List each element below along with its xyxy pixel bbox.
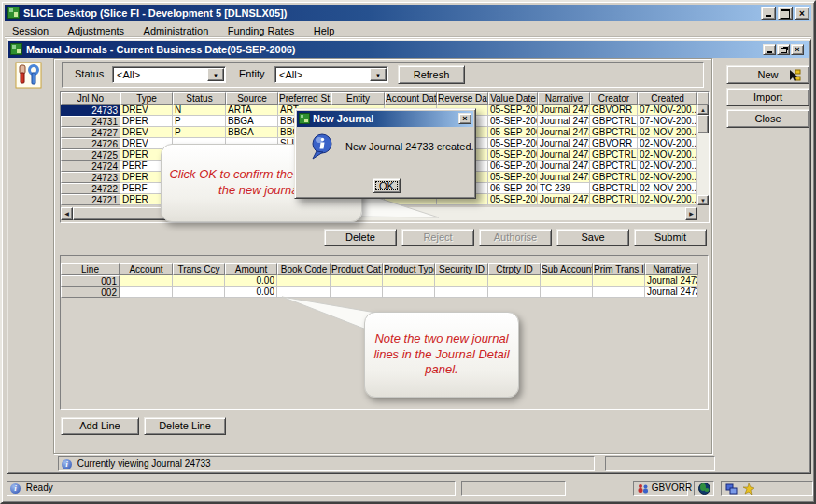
cell[interactable]: TC 239 xyxy=(538,183,590,194)
cell[interactable]: 24727 xyxy=(61,127,120,138)
cell[interactable] xyxy=(331,287,383,298)
cell[interactable]: GBVORR xyxy=(590,105,638,116)
cell[interactable] xyxy=(593,275,645,287)
status-filter-dropdown[interactable]: <All> ▼ xyxy=(112,66,226,83)
column-header[interactable]: Type xyxy=(120,92,173,105)
cell[interactable]: 24722 xyxy=(61,183,120,194)
cell[interactable]: 002 xyxy=(61,287,120,298)
cell[interactable]: 05-SEP-2006 xyxy=(488,116,538,127)
column-header[interactable]: Preferred St... xyxy=(278,92,331,105)
cell[interactable]: 02-NOV-200... xyxy=(638,161,697,172)
column-header[interactable]: Trans Ccy xyxy=(173,263,225,275)
cell[interactable]: N xyxy=(173,105,226,116)
column-header[interactable]: Security ID xyxy=(435,263,488,275)
child-close-button[interactable]: × xyxy=(791,44,804,55)
cell[interactable]: DREV xyxy=(120,105,173,116)
cell[interactable]: 05-SEP-2006 xyxy=(488,127,538,138)
cell[interactable]: P xyxy=(173,116,226,127)
connection-icon[interactable] xyxy=(725,483,738,495)
scroll-up-icon[interactable]: ▲ xyxy=(697,105,709,115)
column-header[interactable]: Created xyxy=(638,92,697,105)
cell[interactable] xyxy=(383,287,435,298)
cell[interactable]: 24733 xyxy=(61,105,120,116)
cell[interactable]: Journal 2472... xyxy=(538,161,590,172)
close-button[interactable]: × xyxy=(795,7,809,20)
cell[interactable] xyxy=(277,275,331,287)
chevron-down-icon[interactable]: ▼ xyxy=(207,68,224,81)
menu-funding-rates[interactable]: Funding Rates xyxy=(220,23,302,39)
authorise-button[interactable]: Authorise xyxy=(479,229,552,246)
cell[interactable]: DREV xyxy=(120,127,173,138)
cell[interactable]: 24731 xyxy=(61,116,120,127)
cell[interactable]: GBPCTRL xyxy=(590,149,638,161)
chevron-down-icon[interactable]: ▼ xyxy=(370,68,387,81)
column-header[interactable]: Jnl No xyxy=(61,92,120,105)
column-header[interactable]: Source xyxy=(226,92,278,105)
child-minimize-button[interactable] xyxy=(763,44,776,55)
dialog-close-button[interactable]: × xyxy=(458,113,471,124)
cell[interactable]: 05-SEP-2006 xyxy=(488,149,538,161)
cell[interactable] xyxy=(173,275,225,287)
cell[interactable]: 02-NOV-200... xyxy=(638,127,697,138)
maximize-button[interactable] xyxy=(778,7,793,20)
column-header[interactable]: Reverse Date xyxy=(437,92,488,105)
delete-button[interactable]: Delete xyxy=(324,229,397,246)
child-title-bar[interactable]: Manual Journals - Current Business Date(… xyxy=(8,41,809,58)
vertical-scroll-thumb[interactable] xyxy=(697,115,709,133)
cell[interactable]: 02-NOV-200... xyxy=(638,149,697,161)
cell[interactable] xyxy=(120,287,173,298)
column-header[interactable]: Product Cat... xyxy=(331,263,383,275)
cell[interactable]: 02-NOV-200... xyxy=(638,194,697,205)
cell[interactable] xyxy=(331,275,383,287)
column-header[interactable]: Value Date xyxy=(488,92,538,105)
cell[interactable]: ARTA xyxy=(226,105,278,116)
cell[interactable]: DPER xyxy=(120,116,173,127)
cell[interactable] xyxy=(541,287,593,298)
import-button[interactable]: Import xyxy=(726,88,809,106)
cell[interactable]: 24721 xyxy=(61,194,120,205)
refresh-button[interactable]: Refresh xyxy=(398,65,465,84)
cell[interactable] xyxy=(277,287,331,298)
cell[interactable]: 02-NOV-200... xyxy=(638,183,697,194)
cell[interactable]: 05-SEP-2006 xyxy=(488,105,538,116)
cell[interactable]: GBPCTRL xyxy=(590,172,638,183)
column-header[interactable]: Creator xyxy=(590,92,638,105)
child-restore-button[interactable] xyxy=(777,44,790,55)
table-row[interactable]: 0020.00Journal 2473... xyxy=(61,287,698,298)
scroll-right-icon[interactable]: ▶ xyxy=(685,207,697,220)
menu-adjustments[interactable]: Adjustments xyxy=(61,23,133,39)
cell[interactable]: Journal 2472... xyxy=(538,149,590,161)
cell[interactable]: 07-NOV-200... xyxy=(638,116,697,127)
cell[interactable]: GBVORR xyxy=(590,138,638,149)
column-header[interactable]: Account xyxy=(120,263,173,275)
table-row[interactable]: 0010.00Journal 2473... xyxy=(61,275,698,287)
column-header[interactable]: Narrative xyxy=(645,263,698,275)
cell[interactable]: 06-SEP-2006 xyxy=(488,183,538,194)
cell[interactable]: 24723 xyxy=(61,172,120,183)
scroll-down-icon[interactable]: ▼ xyxy=(697,195,709,205)
add-line-button[interactable]: Add Line xyxy=(61,417,139,435)
cell[interactable]: Journal 2473... xyxy=(645,275,698,287)
cell[interactable]: 24725 xyxy=(61,149,120,161)
cell[interactable]: 02-NOV-200... xyxy=(638,138,697,149)
cell[interactable]: 06-SEP-2006 xyxy=(488,161,538,172)
cell[interactable]: 05-SEP-2006 xyxy=(488,172,538,183)
cell[interactable] xyxy=(383,275,435,287)
cell[interactable]: Journal 2472... xyxy=(538,127,590,138)
cell[interactable]: 24726 xyxy=(61,138,120,149)
cell[interactable]: 05-SEP-2006 xyxy=(488,138,538,149)
cell[interactable] xyxy=(435,287,488,298)
main-title-bar[interactable]: SLICE Desktop (Slice FI - Development 5 … xyxy=(5,5,811,21)
cell[interactable]: BBGA xyxy=(226,127,278,138)
cell[interactable] xyxy=(173,287,225,298)
cell[interactable] xyxy=(488,287,541,298)
cell[interactable] xyxy=(541,275,593,287)
column-header[interactable]: Entity xyxy=(331,92,385,105)
entity-filter-dropdown[interactable]: <All> ▼ xyxy=(274,66,388,83)
cell[interactable]: 001 xyxy=(61,275,120,287)
cell[interactable]: P xyxy=(173,127,226,138)
cell[interactable]: 0.00 xyxy=(225,287,277,298)
menu-help[interactable]: Help xyxy=(306,23,343,39)
cell[interactable]: Journal 2472... xyxy=(538,138,590,149)
cell[interactable]: Journal 2473... xyxy=(538,105,590,116)
